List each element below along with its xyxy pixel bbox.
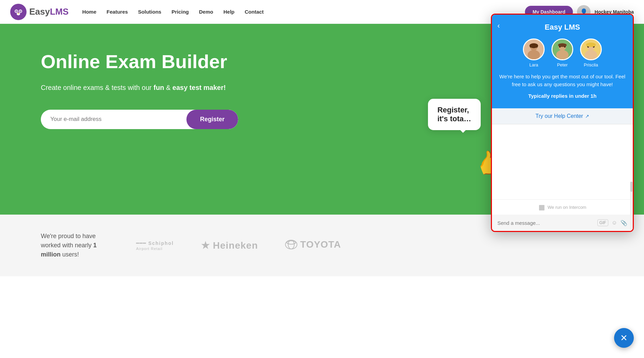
scrollbar-thumb[interactable] [630,182,632,192]
chat-input-bar: GIF ☺ 📎 [492,215,633,231]
logo-text: EasyLMS [29,6,69,17]
chat-close-button[interactable]: ✕ [614,328,634,348]
chat-message-input[interactable] [497,220,594,226]
email-input[interactable] [41,110,186,129]
chat-reply-time: Typically replies in under 1h [499,93,626,99]
intercom-label: We run on Intercom [548,205,587,210]
svg-point-19 [556,50,568,60]
logo-owl-icon [10,4,27,20]
attach-button[interactable]: 📎 [621,220,627,226]
help-center-link[interactable]: Try our Help Center ↗ [535,113,589,119]
svg-point-4 [16,11,17,12]
svg-point-22 [558,43,566,47]
svg-point-10 [287,241,296,244]
nav-links: Home Features Solutions Pricing Demo Hel… [82,9,525,15]
chat-agents: Lara Peter [499,38,626,67]
gif-button[interactable]: GIF [597,219,608,226]
chat-header: ‹ Easy LMS Lara [492,15,633,108]
toyota-logo: TOYOTA [285,239,341,252]
svg-point-13 [528,50,540,60]
nav-contact[interactable]: Contact [245,9,264,15]
svg-point-28 [586,43,596,47]
nav-demo[interactable]: Demo [199,9,213,15]
chat-help-bar: Try our Help Center ↗ [492,108,633,124]
chat-back-button[interactable]: ‹ [497,21,500,30]
intercom-icon: ▦ [539,203,545,211]
nav-pricing[interactable]: Pricing [171,9,189,15]
nav-features[interactable]: Features [106,9,128,15]
logo[interactable]: EasyLMS [10,4,69,20]
nav-solutions[interactable]: Solutions [138,9,161,15]
agent-lara-avatar [523,38,545,60]
nav-home[interactable]: Home [82,9,97,15]
hero-description: Create online exams & tests with our fun… [41,82,228,93]
nav-help[interactable]: Help [224,9,235,15]
scrollbar-track[interactable] [630,182,633,232]
chat-title: Easy LMS [499,23,626,32]
agent-priscila-name: Priscila [584,62,598,67]
emoji-button[interactable]: ☺ [612,220,617,226]
agent-peter-name: Peter [557,62,567,67]
speech-bubble: Register, it's tota… [428,99,481,130]
register-button[interactable]: Register [186,110,238,129]
svg-point-5 [20,11,21,12]
chat-intercom-bar: ▦ We run on Intercom [492,199,633,215]
brand-logos: ━━━ Schiphol Airport Retail ★ Heineken T… [136,239,603,252]
heineken-logo: ★ Heineken [201,240,258,251]
agent-lara: Lara [523,38,545,67]
schiphol-logo: ━━━ Schiphol Airport Retail [136,240,174,251]
chat-widget: ‹ Easy LMS Lara [491,14,634,232]
agent-priscila-avatar [580,38,602,60]
agent-peter: Peter [551,38,573,67]
agent-priscila: Priscila [580,38,602,67]
chat-messages[interactable] [492,124,633,199]
help-center-label: Try our Help Center [535,113,583,119]
svg-point-25 [585,50,597,60]
svg-point-16 [529,43,538,48]
agent-lara-name: Lara [529,62,538,67]
agent-peter-avatar [551,38,573,60]
external-link-icon: ↗ [585,113,589,119]
brands-text: We're proud to have worked with nearly 1… [41,232,109,259]
registration-form: Register [41,110,238,129]
chat-description: We're here to help you get the most out … [499,73,626,88]
